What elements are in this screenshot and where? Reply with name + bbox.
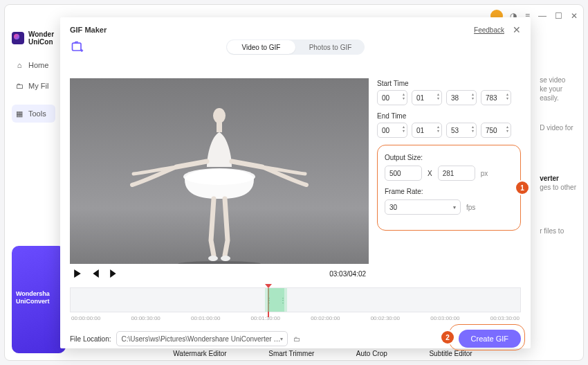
end-sec-stepper[interactable]: 53▴▾ [446, 123, 477, 138]
svg-point-5 [221, 256, 230, 261]
logo-icon [12, 32, 24, 44]
output-height-input[interactable]: 281 [438, 166, 475, 181]
chevron-down-icon: ▾ [453, 204, 456, 211]
timeline-selection[interactable] [265, 288, 287, 312]
svg-point-3 [183, 168, 255, 185]
app-logo: WonderUniCon [12, 30, 55, 46]
sidebar-item-label: Tools [28, 109, 46, 118]
home-icon: ⌂ [15, 60, 24, 70]
sidebar-item-label: Home [28, 61, 48, 69]
dimension-separator: X [428, 170, 432, 177]
tab-photos-to-gif[interactable]: Photos to GIF [296, 39, 365, 55]
prev-frame-button[interactable] [91, 269, 100, 278]
timeline-ticks: 00:00:00:0000:00:30:0000:01:00:0000:01:3… [70, 315, 521, 321]
next-frame-button[interactable] [109, 269, 118, 278]
annotation-2: 2 [441, 331, 454, 344]
px-label: px [481, 170, 488, 177]
tools-icon: ▦ [15, 109, 24, 118]
create-gif-button[interactable]: Create GIF [459, 330, 521, 348]
bg-tile-snippets: se videoke youreasily. D video for verte… [540, 75, 576, 235]
frame-rate-label: Frame Rate: [385, 188, 513, 195]
end-min-stepper[interactable]: 01▴▾ [412, 123, 442, 138]
svg-point-6 [178, 261, 261, 264]
close-icon[interactable]: ✕ [513, 24, 521, 35]
tool-subtitle[interactable]: Subtitle Editor [429, 350, 472, 357]
tools-row: Watermark Editor Smart Trimmer Auto Crop… [55, 350, 576, 357]
start-ms-stepper[interactable]: 783▴▾ [481, 90, 511, 105]
video-preview[interactable] [70, 78, 369, 264]
time-display: 03:03/04:02 [329, 270, 366, 278]
file-location-select[interactable]: C:\Users\ws\Pictures\Wondershare UniConv… [116, 331, 288, 346]
start-hour-stepper[interactable]: 00▴▾ [377, 90, 407, 105]
output-width-input[interactable]: 500 [385, 166, 422, 181]
tool-autocrop[interactable]: Auto Crop [356, 350, 387, 357]
annotation-1: 1 [516, 181, 529, 194]
minimize-icon[interactable]: — [538, 11, 546, 21]
sidebar-item-tools[interactable]: ▦ Tools [12, 105, 55, 123]
end-ms-stepper[interactable]: 750▴▾ [481, 123, 511, 138]
dialog-title: GIF Maker [70, 26, 107, 34]
svg-point-1 [213, 108, 226, 123]
sidebar-item-files[interactable]: 🗀 My Fil [12, 77, 55, 95]
gif-maker-dialog: GIF Maker Feedback ✕ Video to GIF Photos… [60, 17, 531, 348]
sidebar: WonderUniCon ⌂ Home 🗀 My Fil ▦ Tools Won… [5, 27, 55, 360]
mode-tabs: Video to GIF Photos to GIF [226, 39, 365, 55]
timeline: 00:00:00:0000:00:30:0000:01:00:0000:01:3… [60, 283, 531, 321]
start-sec-stepper[interactable]: 38▴▾ [446, 90, 477, 105]
start-min-stepper[interactable]: 01▴▾ [412, 90, 442, 105]
file-location-label: File Location: [70, 335, 111, 343]
sidebar-item-label: My Fil [28, 82, 48, 90]
svg-point-4 [208, 256, 218, 261]
feedback-link[interactable]: Feedback [474, 26, 504, 34]
folder-icon: 🗀 [15, 81, 24, 91]
tab-video-to-gif[interactable]: Video to GIF [227, 40, 295, 54]
video-content-illustration [129, 95, 309, 264]
frame-rate-select[interactable]: 30▾ [385, 199, 461, 215]
tool-watermark[interactable]: Watermark Editor [173, 350, 226, 357]
video-controls: 03:03/04:02 [70, 264, 369, 283]
add-file-button[interactable] [70, 39, 85, 55]
start-time-label: Start Time [377, 80, 521, 87]
close-window-icon[interactable]: ✕ [571, 11, 578, 21]
output-settings-group: Output Size: 500 X 281 px Frame Rate: 30… [377, 145, 521, 231]
svg-rect-2 [217, 123, 222, 132]
sidebar-item-home[interactable]: ⌂ Home [12, 56, 55, 74]
output-size-label: Output Size: [385, 154, 513, 161]
settings-panel: Start Time 00▴▾ 01▴▾ 38▴▾ 783▴▾ End Time… [377, 78, 521, 283]
tool-trimmer[interactable]: Smart Trimmer [268, 350, 314, 357]
timeline-track[interactable] [70, 287, 521, 312]
open-folder-button[interactable]: 🗀 [293, 335, 300, 343]
svg-rect-0 [73, 43, 82, 51]
end-hour-stepper[interactable]: 00▴▾ [377, 123, 407, 138]
fps-label: fps [466, 204, 475, 211]
end-time-label: End Time [377, 112, 521, 120]
chevron-down-icon: ▾ [280, 336, 283, 342]
maximize-icon[interactable]: ☐ [555, 11, 562, 21]
play-button[interactable] [73, 269, 82, 278]
